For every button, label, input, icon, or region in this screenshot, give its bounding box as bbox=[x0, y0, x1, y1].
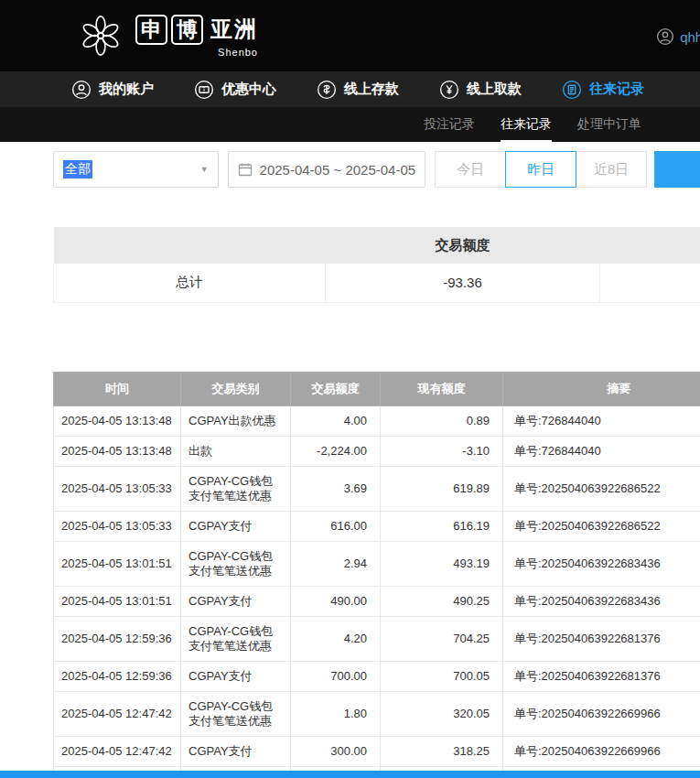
quick-date-buttons: 今日 昨日 近8日 bbox=[435, 151, 647, 188]
table-cell: 2025-04-05 13:01:51 bbox=[54, 586, 181, 616]
filter-bar: 全部 ▼ 2025-04-05 ~ 2025-04-05 今日 昨日 近8日 bbox=[53, 151, 700, 188]
tab-transaction-records[interactable]: 往来记录 bbox=[501, 107, 552, 142]
nav-item-promotions[interactable]: 优惠中心 bbox=[194, 80, 276, 100]
table-cell: 616.19 bbox=[381, 511, 503, 541]
brand-char-1: 申 bbox=[135, 15, 167, 45]
table-cell: 2025-04-05 13:05:33 bbox=[54, 511, 181, 541]
table-cell: 2025-04-05 13:13:48 bbox=[54, 436, 181, 466]
nav-item-label: 往来记录 bbox=[589, 81, 644, 98]
table-cell: 单号:726844040 bbox=[503, 405, 700, 436]
table-cell: 出款 bbox=[181, 436, 291, 466]
page: 申 博 亚洲 Shenbo qhhw 我的账户 bbox=[0, 0, 700, 778]
tab-processing-orders[interactable]: 处理中订单 bbox=[577, 107, 641, 142]
table-cell: 单号:202504063922681376 bbox=[503, 661, 700, 691]
table-cell: 2025-04-05 12:47:42 bbox=[54, 736, 181, 766]
table-cell: 单号:202504063922669966 bbox=[503, 691, 700, 736]
table-cell: 1.80 bbox=[291, 691, 381, 736]
table-cell: 2025-04-05 13:05:33 bbox=[54, 466, 181, 511]
table-cell: 700.05 bbox=[381, 661, 503, 691]
table-cell: 4.00 bbox=[291, 405, 381, 436]
table-row: 2025-04-05 13:13:48CGPAY出款优惠4.000.89单号:7… bbox=[54, 405, 700, 436]
table-cell: CGPAY支付 bbox=[181, 736, 291, 766]
header-type: 交易类别 bbox=[181, 372, 291, 405]
yesterday-button[interactable]: 昨日 bbox=[505, 151, 576, 188]
summary-table: 交易额度 总计 -93.36 bbox=[53, 227, 700, 303]
nav-item-records[interactable]: 往来记录 bbox=[562, 80, 644, 100]
table-cell: CGPAY-CG钱包支付笔笔送优惠 bbox=[181, 691, 291, 736]
today-button[interactable]: 今日 bbox=[435, 151, 506, 188]
content: 全部 ▼ 2025-04-05 ~ 2025-04-05 今日 昨日 近8日 交… bbox=[0, 151, 700, 778]
table-row: 2025-04-05 13:01:51CGPAY-CG钱包支付笔笔送优惠2.94… bbox=[54, 541, 700, 586]
nav-item-deposit[interactable]: 线上存款 bbox=[317, 80, 399, 100]
user-account[interactable]: qhhw bbox=[656, 27, 700, 46]
table-cell: 2025-04-05 12:47:42 bbox=[54, 691, 181, 736]
table-row: 2025-04-05 13:01:51CGPAY支付490.00490.25单号… bbox=[54, 586, 700, 616]
transactions-body: 2025-04-05 13:13:48CGPAY出款优惠4.000.89单号:7… bbox=[54, 405, 700, 778]
main-nav: 我的账户 优惠中心 线上存款 线上取款 往来记录 bbox=[0, 71, 700, 107]
brand-logo[interactable]: 申 博 亚洲 Shenbo bbox=[77, 12, 258, 59]
table-cell: 320.05 bbox=[381, 691, 503, 736]
table-row: 2025-04-05 13:05:33CGPAY支付616.00616.19单号… bbox=[54, 511, 700, 541]
table-cell: CGPAY支付 bbox=[181, 511, 291, 541]
table-cell: 300.00 bbox=[291, 736, 381, 766]
table-cell: -3.10 bbox=[381, 436, 503, 466]
tab-betting-records[interactable]: 投注记录 bbox=[424, 107, 475, 142]
sub-nav: 投注记录 往来记录 处理中订单 bbox=[0, 107, 700, 142]
table-cell: CGPAY支付 bbox=[181, 586, 291, 616]
table-cell: 2.94 bbox=[291, 541, 381, 586]
table-cell: 2025-04-05 13:13:48 bbox=[54, 405, 181, 436]
table-cell: 616.00 bbox=[291, 511, 381, 541]
table-row: 2025-04-05 13:13:48出款-2,224.00-3.10单号:72… bbox=[54, 436, 700, 466]
withdraw-icon bbox=[439, 80, 459, 100]
table-row: 2025-04-05 12:59:36CGPAY-CG钱包支付笔笔送优惠4.20… bbox=[54, 616, 700, 661]
table-cell: 单号:202504063922686522 bbox=[503, 466, 700, 511]
table-row: 2025-04-05 12:47:42CGPAY-CG钱包支付笔笔送优惠1.80… bbox=[54, 691, 700, 736]
table-cell: 619.89 bbox=[381, 466, 503, 511]
deposit-icon bbox=[317, 80, 337, 100]
nav-item-label: 我的账户 bbox=[99, 81, 154, 98]
table-row: 2025-04-05 13:05:33CGPAY-CG钱包支付笔笔送优惠3.69… bbox=[54, 466, 700, 511]
nav-item-my-account[interactable]: 我的账户 bbox=[71, 80, 154, 100]
header-time: 时间 bbox=[54, 372, 181, 405]
brand-char-2: 博 bbox=[171, 15, 203, 45]
summary-header-spacer bbox=[54, 227, 326, 264]
table-cell: 单号:202504063922683436 bbox=[503, 586, 700, 616]
bottom-accent-bar bbox=[0, 771, 700, 778]
table-cell: 704.25 bbox=[381, 616, 503, 661]
account-icon bbox=[71, 80, 92, 100]
nav-item-label: 线上存款 bbox=[344, 81, 399, 98]
table-cell: 3.69 bbox=[291, 466, 381, 511]
table-cell: -2,224.00 bbox=[291, 436, 381, 466]
table-cell: 490.25 bbox=[381, 586, 503, 616]
table-cell: 700.00 bbox=[291, 661, 381, 691]
table-row: 2025-04-05 12:59:36CGPAY支付700.00700.05单号… bbox=[54, 661, 700, 691]
summary-empty-cell bbox=[600, 264, 700, 302]
table-row: 2025-04-05 12:47:42CGPAY支付300.00318.25单号… bbox=[54, 736, 700, 766]
type-select-value: 全部 bbox=[63, 160, 92, 178]
user-name: qhhw bbox=[680, 29, 700, 45]
table-cell: CGPAY出款优惠 bbox=[181, 405, 291, 436]
user-icon bbox=[656, 27, 674, 46]
date-range-value: 2025-04-05 ~ 2025-04-05 bbox=[260, 162, 416, 178]
brand-subtitle: Shenbo bbox=[218, 47, 258, 58]
table-cell: CGPAY-CG钱包支付笔笔送优惠 bbox=[181, 541, 291, 586]
nav-item-withdraw[interactable]: 线上取款 bbox=[439, 80, 522, 100]
nav-item-label: 线上取款 bbox=[467, 81, 522, 98]
promotion-icon bbox=[194, 80, 214, 100]
table-cell: 2025-04-05 12:59:36 bbox=[54, 661, 181, 691]
summary-header-amount: 交易额度 bbox=[326, 227, 600, 264]
flower-logo-icon bbox=[77, 12, 124, 59]
table-cell: CGPAY-CG钱包支付笔笔送优惠 bbox=[181, 466, 291, 511]
calendar-icon bbox=[238, 162, 253, 177]
last8days-button[interactable]: 近8日 bbox=[576, 151, 647, 188]
header-balance: 现有额度 bbox=[381, 372, 503, 405]
type-select[interactable]: 全部 ▼ bbox=[53, 151, 219, 188]
table-cell: CGPAY支付 bbox=[181, 661, 291, 691]
transactions-table: 时间 交易类别 交易额度 现有额度 摘要 2025-04-05 13:13:48… bbox=[53, 372, 700, 778]
date-range-input[interactable]: 2025-04-05 ~ 2025-04-05 bbox=[228, 151, 426, 188]
records-icon bbox=[562, 80, 582, 100]
header-summary: 摘要 bbox=[503, 372, 700, 405]
table-cell: 0.89 bbox=[381, 405, 503, 436]
table-cell: 493.19 bbox=[381, 541, 503, 586]
search-button[interactable] bbox=[654, 151, 700, 188]
